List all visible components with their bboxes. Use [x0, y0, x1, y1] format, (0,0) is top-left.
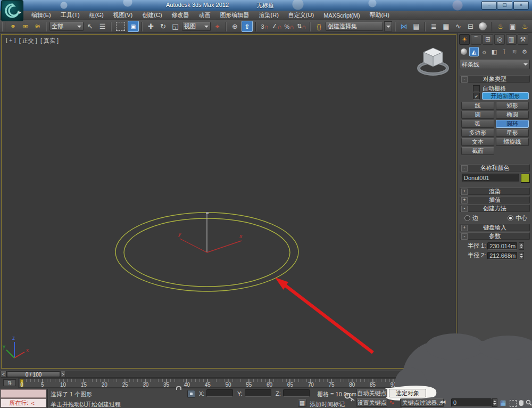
shape-button-star[interactable]: 星形 — [496, 129, 529, 137]
selected-filter-dropdown[interactable]: 选定对象 — [389, 389, 426, 397]
category-shapes-icon[interactable]: ◭ — [469, 47, 479, 56]
time-slider-channel[interactable]: 0 / 100 — [6, 371, 452, 378]
expand-icon[interactable]: + — [461, 197, 468, 203]
set-keys-key-icon[interactable] — [344, 391, 355, 404]
menu-graph-editors[interactable]: 图形编辑器 — [215, 11, 254, 19]
menu-modifiers[interactable]: 修改器 — [167, 11, 194, 19]
shape-category-dropdown[interactable]: 样条线 — [460, 60, 530, 69]
rectangular-selection-region-icon[interactable] — [116, 22, 125, 31]
collapse-icon[interactable]: - — [461, 76, 468, 83]
maxscript-mini-listener[interactable] — [1, 389, 46, 398]
named-sets-dropdown-button[interactable] — [384, 21, 392, 31]
goto-start-button[interactable]: ◀◀ — [439, 399, 445, 404]
named-selection-sets-dropdown[interactable]: 创建选择集 — [326, 22, 383, 31]
rollout-name-color[interactable]: - 名称和颜色 — [460, 164, 530, 172]
use-pivot-center-icon[interactable]: ⌖ — [212, 21, 223, 32]
rollout-parameters[interactable]: - 参数 — [460, 232, 530, 240]
collapse-icon[interactable]: - — [461, 165, 468, 172]
select-and-move-icon[interactable]: ✚ — [145, 21, 156, 32]
orbit-zoom-icon[interactable] — [526, 399, 532, 406]
snap-toggle-3d-icon[interactable]: 3∩ — [259, 21, 270, 32]
category-geometry-icon[interactable] — [459, 47, 469, 56]
menu-rendering[interactable]: 渲染(R) — [254, 11, 284, 19]
menu-customize[interactable]: 自定义(U) — [284, 11, 319, 19]
render-setup-icon[interactable]: ♨ — [495, 21, 506, 32]
key-filters-button[interactable]: 关键点过滤器... — [400, 398, 444, 407]
time-tag-icon[interactable]: ▦ — [298, 399, 306, 407]
select-and-rotate-icon[interactable]: ↻ — [157, 21, 169, 32]
tab-motion-icon[interactable]: ◎ — [494, 34, 505, 45]
menu-create[interactable]: 创建(C) — [137, 11, 167, 19]
frame-forward-button[interactable]: > — [60, 371, 66, 378]
frame-back-button[interactable]: < — [1, 371, 6, 378]
percent-snap-icon[interactable]: %∩ — [284, 21, 295, 32]
spinner-snap-icon[interactable]: ⇅∩ — [296, 21, 307, 32]
rollout-keyboard-entry[interactable]: + 键盘输入 — [460, 224, 530, 231]
x-coordinate-field[interactable] — [206, 389, 233, 397]
collapse-icon[interactable]: - — [461, 206, 468, 212]
tab-modify-icon[interactable]: ⌒ — [471, 34, 481, 45]
object-name-field[interactable]: Donut001 — [462, 174, 519, 182]
schematic-view-icon[interactable]: ⊟ — [465, 21, 476, 32]
mini-curve-editor-button[interactable]: ⇅ — [3, 379, 16, 386]
tab-hierarchy-icon[interactable]: ⊞ — [483, 34, 493, 45]
tab-display-icon[interactable]: ▥ — [506, 34, 517, 45]
expand-icon[interactable]: + — [461, 225, 468, 231]
keyboard-override-toggle-icon[interactable]: ⇧ — [242, 21, 253, 32]
select-object-icon[interactable]: ↖ — [85, 21, 96, 32]
menu-group[interactable]: 组(G) — [85, 11, 109, 19]
add-time-tag[interactable]: 添加时间标记 — [310, 401, 345, 408]
shape-button-helix[interactable]: 螺旋线 — [496, 138, 529, 146]
angle-snap-icon[interactable]: ∠∩ — [271, 21, 282, 32]
time-configuration-icon[interactable]: ▦ — [500, 399, 506, 406]
rollout-rendering[interactable]: + 渲染 — [460, 187, 530, 195]
menu-animation[interactable]: 动画 — [194, 11, 215, 19]
rendered-frame-window-icon[interactable]: ▣ — [507, 21, 518, 32]
select-by-name-icon[interactable]: ☰ — [97, 21, 108, 32]
select-and-link-icon[interactable]: ⚭ — [7, 21, 19, 32]
radius1-field[interactable]: 230.014m — [487, 242, 517, 250]
shape-button-rectangle[interactable]: 矩形 — [496, 102, 529, 110]
align-icon[interactable]: ▤ — [411, 21, 422, 32]
edit-named-selection-sets-icon[interactable]: {} — [313, 21, 325, 32]
y-coordinate-field[interactable] — [245, 389, 271, 397]
creation-edge-radio[interactable]: 边 — [464, 214, 478, 222]
viewcube[interactable] — [415, 45, 451, 76]
close-button[interactable]: × — [513, 1, 529, 10]
frame-spinner[interactable] — [492, 398, 497, 407]
menu-edit[interactable]: 编辑(E) — [27, 11, 56, 19]
unlink-selection-icon[interactable]: ⚮ — [20, 21, 31, 32]
collapse-icon[interactable]: - — [461, 233, 468, 240]
reference-coordinate-dropdown[interactable]: 视图 — [182, 22, 211, 31]
category-lights-icon[interactable]: ☼ — [479, 47, 489, 56]
category-spacewarps-icon[interactable]: ≋ — [510, 47, 519, 56]
app-logo-button[interactable] — [1, 0, 23, 21]
minimize-button[interactable]: – — [481, 1, 497, 10]
tab-create-icon[interactable]: ☀ — [459, 34, 470, 45]
zoom-extents-icon[interactable] — [510, 400, 517, 407]
maxscript-listener-line[interactable]: -- 所在行: < — [1, 398, 46, 407]
toolbar-drag-handle[interactable] — [2, 22, 5, 31]
auto-key-button[interactable]: 自动关键点 — [356, 389, 387, 397]
shape-button-section[interactable]: 截面 — [461, 147, 494, 155]
set-key-button[interactable]: 设置关键点 — [356, 398, 387, 407]
shape-button-ngon[interactable]: 多边形 — [461, 129, 494, 137]
render-production-icon[interactable]: ♨ — [519, 21, 530, 32]
default-tangent-icon[interactable]: ∿ — [389, 398, 395, 406]
curve-editor-icon[interactable]: ∿ — [453, 21, 464, 32]
bind-to-spacewarp-icon[interactable]: ≋ — [32, 21, 43, 32]
menu-tools[interactable]: 工具(T) — [56, 11, 85, 19]
shape-button-arc[interactable]: 弧 — [461, 120, 494, 128]
pan-hand-icon[interactable] — [518, 399, 525, 406]
category-cameras-icon[interactable]: ◧ — [489, 47, 499, 56]
time-slider-handle[interactable]: 0 / 100 — [7, 371, 60, 377]
mirror-icon[interactable]: ⋈ — [398, 21, 410, 32]
maximize-button[interactable]: ▢ — [497, 1, 512, 10]
track-bar-ruler[interactable]: 051015202530354045505560657075808590 — [18, 378, 406, 388]
menu-views[interactable]: 视图(V) — [109, 11, 138, 19]
menu-help[interactable]: 帮助(H) — [365, 11, 394, 19]
category-helpers-icon[interactable]: ⊺ — [500, 47, 509, 56]
shape-button-ellipse[interactable]: 椭圆 — [496, 111, 529, 119]
graphite-ribbon-icon[interactable]: ▦ — [440, 21, 452, 32]
rollout-creation-method[interactable]: - 创建方法 — [460, 205, 530, 212]
